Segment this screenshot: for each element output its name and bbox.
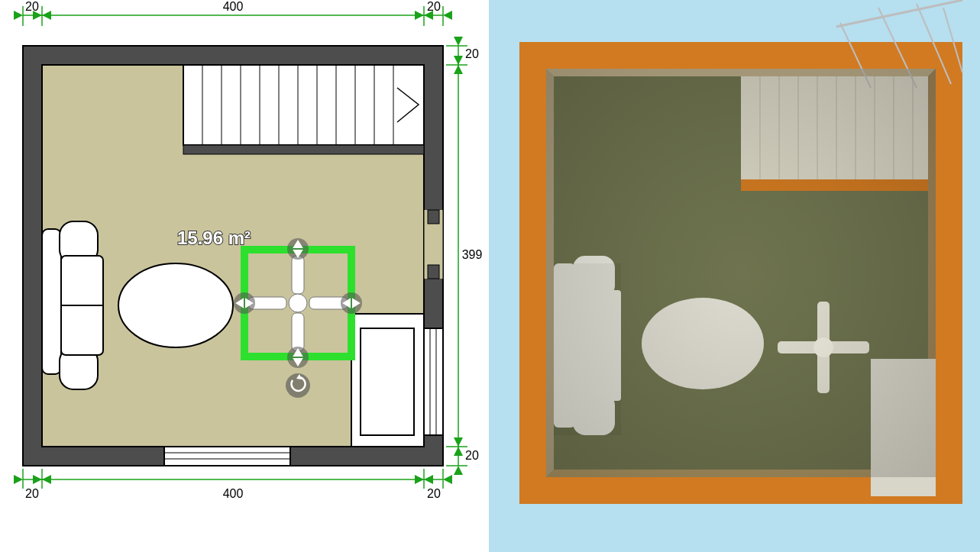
svg-rect-46: [428, 210, 439, 224]
dim-label: 20: [427, 0, 441, 13]
svg-rect-54: [361, 328, 414, 435]
svg-rect-102: [546, 69, 936, 477]
app-root: 20 400 20 20 399 20: [0, 0, 980, 552]
dim-label: 20: [465, 449, 479, 462]
door-right[interactable]: [424, 210, 443, 279]
svg-rect-37: [42, 229, 61, 374]
floorplan-3d-svg[interactable]: [489, 0, 980, 552]
dim-label: 20: [25, 487, 39, 500]
room-area-label: 15.96 m²: [177, 228, 251, 248]
dimension-bottom: 20 400 20: [23, 469, 443, 500]
dim-label: 20: [25, 0, 39, 13]
sofa[interactable]: [42, 221, 103, 389]
dim-label: 20: [427, 487, 441, 500]
svg-rect-56: [292, 313, 304, 351]
rotate-handle[interactable]: [286, 373, 310, 398]
dimension-top: 20 400 20: [23, 0, 443, 26]
svg-rect-50: [164, 447, 290, 466]
dim-label: 400: [223, 487, 244, 500]
cabinet[interactable]: [351, 314, 424, 447]
svg-rect-42: [424, 328, 443, 435]
svg-rect-47: [428, 265, 439, 279]
svg-point-59: [289, 294, 307, 312]
dim-label: 20: [465, 47, 479, 60]
svg-rect-55: [292, 256, 304, 294]
window-bottom[interactable]: [164, 447, 290, 466]
window-right[interactable]: [424, 328, 443, 435]
dimension-right: 20 399 20: [446, 46, 482, 466]
svg-rect-25: [183, 65, 424, 145]
floorplan-3d-pane[interactable]: [489, 0, 980, 552]
floorplan-2d-svg[interactable]: 20 400 20 20 399 20: [0, 0, 489, 552]
coffee-table[interactable]: [118, 263, 233, 347]
dim-label: 400: [223, 0, 244, 13]
dim-label: 399: [462, 248, 483, 261]
floorplan-2d-pane[interactable]: 20 400 20 20 399 20: [0, 0, 489, 552]
stair-partition[interactable]: [183, 145, 424, 154]
stairs[interactable]: [183, 65, 424, 145]
